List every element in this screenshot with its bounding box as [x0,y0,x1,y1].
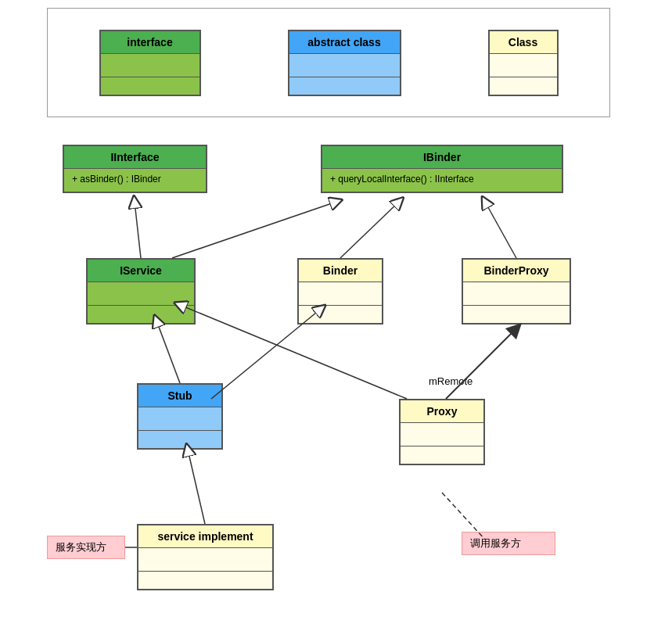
binderproxy-header: BinderProxy [463,260,570,282]
legend-abstract: abstract class [288,30,401,96]
binder-class: Binder [297,258,383,325]
service-impl-class: service implement [137,524,274,590]
binder-body1 [299,282,382,305]
legend-abstract-header: abstract class [289,31,400,53]
iservice-body2 [88,305,194,323]
service-impl-body1 [138,547,272,571]
ibinder-class: IBinder + queryLocalInterface() : IInter… [321,145,563,193]
mremote-label: mRemote [429,375,473,387]
legend-interface-body1 [101,53,199,77]
iinterface-header: IInterface [64,146,206,168]
svg-line-11 [188,450,205,524]
ibinder-method: + queryLocalInterface() : IInterface [322,168,562,192]
legend-interface-header: interface [101,31,199,53]
svg-line-7 [156,321,180,383]
iinterface-method: + asBinder() : IBinder [64,168,206,192]
note-client: 调用服务方 [462,532,555,555]
stub-body2 [138,430,221,448]
binder-header: Binder [299,260,382,282]
legend-abstract-body2 [289,77,400,95]
legend-abstract-body1 [289,53,400,77]
proxy-header: Proxy [401,400,483,422]
iservice-body1 [88,282,194,305]
ibinder-header: IBinder [322,146,562,168]
service-impl-body2 [138,571,272,589]
iservice-class: IService [86,258,196,325]
diagram-container: interface abstract class Class IInterfac… [0,0,672,624]
proxy-class: Proxy [399,399,485,465]
iservice-header: IService [88,260,194,282]
stub-header: Stub [138,385,221,407]
legend-class: Class [488,30,559,96]
service-impl-header: service implement [138,525,272,547]
svg-line-6 [485,202,516,258]
legend-interface-body2 [101,77,199,95]
legend-class-body1 [490,53,557,77]
binderproxy-class: BinderProxy [462,258,571,325]
svg-line-4 [172,202,336,258]
note-server: 服务实现方 [47,536,125,559]
svg-line-5 [340,202,399,258]
stub-body1 [138,407,221,430]
proxy-body1 [401,422,483,446]
binderproxy-body2 [463,305,570,323]
proxy-body2 [401,446,483,464]
legend-box: interface abstract class Class [47,8,610,117]
legend-interface: interface [99,30,201,96]
binderproxy-body1 [463,282,570,305]
iinterface-class: IInterface + asBinder() : IBinder [63,145,207,193]
legend-class-header: Class [490,31,557,53]
svg-line-3 [135,202,141,258]
stub-class: Stub [137,383,223,450]
binder-body2 [299,305,382,323]
legend-class-body2 [490,77,557,95]
svg-line-10 [446,328,516,399]
